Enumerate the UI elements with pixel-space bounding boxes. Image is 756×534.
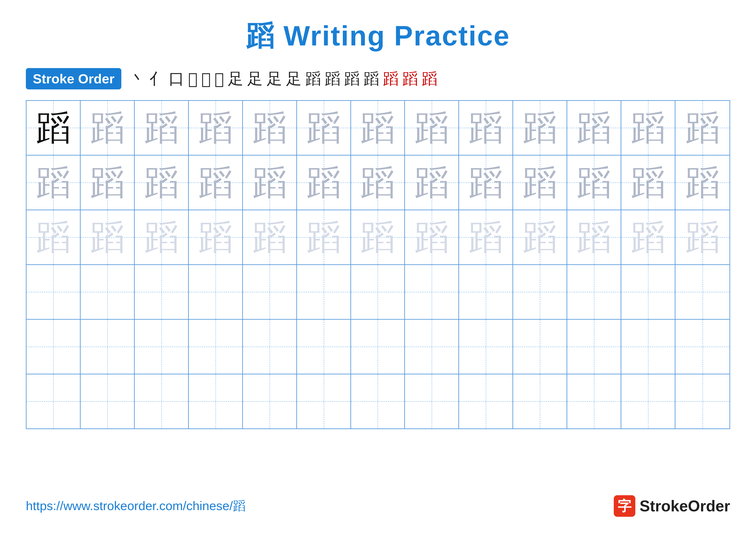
cell-char-2-12: 蹈 — [685, 220, 720, 254]
grid-cell-3-6[interactable] — [351, 265, 405, 319]
grid-cell-3-9[interactable] — [513, 265, 567, 319]
logo-text: StrokeOrder — [640, 497, 730, 515]
grid-cell-2-4[interactable]: 蹈 — [243, 210, 297, 264]
grid-cell-4-10[interactable] — [567, 320, 621, 374]
grid-cell-1-4[interactable]: 蹈 — [243, 156, 297, 210]
grid-cell-0-4[interactable]: 蹈 — [243, 101, 297, 155]
grid-cell-3-7[interactable] — [405, 265, 459, 319]
grid-cell-4-7[interactable] — [405, 320, 459, 374]
grid-cell-1-12[interactable]: 蹈 — [675, 156, 729, 210]
grid-row-1[interactable]: 蹈蹈蹈蹈蹈蹈蹈蹈蹈蹈蹈蹈蹈 — [27, 156, 729, 210]
grid-cell-0-2[interactable]: 蹈 — [135, 101, 189, 155]
grid-cell-5-0[interactable] — [27, 374, 81, 428]
grid-cell-1-1[interactable]: 蹈 — [81, 156, 135, 210]
stroke-step-6: 足 — [228, 68, 243, 89]
stroke-step-13: 蹈 — [364, 68, 379, 89]
grid-cell-4-3[interactable] — [189, 320, 243, 374]
grid-cell-3-3[interactable] — [189, 265, 243, 319]
grid-cell-2-5[interactable]: 蹈 — [297, 210, 351, 264]
grid-cell-2-0[interactable]: 蹈 — [27, 210, 81, 264]
grid-cell-4-2[interactable] — [135, 320, 189, 374]
grid-cell-4-6[interactable] — [351, 320, 405, 374]
grid-row-3[interactable] — [27, 265, 729, 320]
cell-char-2-5: 蹈 — [307, 220, 341, 254]
logo-icon: 字 — [614, 495, 635, 517]
grid-row-0[interactable]: 蹈蹈蹈蹈蹈蹈蹈蹈蹈蹈蹈蹈蹈 — [27, 101, 729, 156]
grid-cell-2-1[interactable]: 蹈 — [81, 210, 135, 264]
grid-cell-5-6[interactable] — [351, 374, 405, 428]
grid-cell-4-12[interactable] — [675, 320, 729, 374]
grid-cell-5-7[interactable] — [405, 374, 459, 428]
grid-cell-5-5[interactable] — [297, 374, 351, 428]
grid-cell-2-3[interactable]: 蹈 — [189, 210, 243, 264]
grid-cell-3-1[interactable] — [81, 265, 135, 319]
grid-cell-1-2[interactable]: 蹈 — [135, 156, 189, 210]
cell-char-2-6: 蹈 — [360, 220, 395, 254]
grid-row-2[interactable]: 蹈蹈蹈蹈蹈蹈蹈蹈蹈蹈蹈蹈蹈 — [27, 210, 729, 265]
grid-cell-4-1[interactable] — [81, 320, 135, 374]
grid-cell-4-8[interactable] — [459, 320, 513, 374]
grid-cell-5-4[interactable] — [243, 374, 297, 428]
cell-char-0-0: 蹈 — [36, 111, 70, 145]
grid-cell-1-0[interactable]: 蹈 — [27, 156, 81, 210]
grid-cell-1-11[interactable]: 蹈 — [621, 156, 675, 210]
cell-char-1-0: 蹈 — [36, 165, 70, 200]
grid-cell-2-12[interactable]: 蹈 — [675, 210, 729, 264]
grid-cell-3-4[interactable] — [243, 265, 297, 319]
grid-cell-5-8[interactable] — [459, 374, 513, 428]
grid-cell-0-3[interactable]: 蹈 — [189, 101, 243, 155]
grid-cell-3-8[interactable] — [459, 265, 513, 319]
grid-cell-0-9[interactable]: 蹈 — [513, 101, 567, 155]
grid-cell-1-5[interactable]: 蹈 — [297, 156, 351, 210]
footer-url[interactable]: https://www.strokeorder.com/chinese/蹈 — [26, 497, 245, 514]
grid-cell-3-10[interactable] — [567, 265, 621, 319]
grid-cell-4-9[interactable] — [513, 320, 567, 374]
grid-cell-1-9[interactable]: 蹈 — [513, 156, 567, 210]
grid-cell-0-7[interactable]: 蹈 — [405, 101, 459, 155]
grid-cell-2-7[interactable]: 蹈 — [405, 210, 459, 264]
grid-cell-5-1[interactable] — [81, 374, 135, 428]
grid-row-4[interactable] — [27, 320, 729, 374]
grid-cell-3-0[interactable] — [27, 265, 81, 319]
grid-cell-1-6[interactable]: 蹈 — [351, 156, 405, 210]
grid-cell-2-9[interactable]: 蹈 — [513, 210, 567, 264]
grid-cell-4-4[interactable] — [243, 320, 297, 374]
grid-cell-1-10[interactable]: 蹈 — [567, 156, 621, 210]
cell-char-0-12: 蹈 — [685, 111, 720, 145]
grid-cell-3-2[interactable] — [135, 265, 189, 319]
grid-cell-3-5[interactable] — [297, 265, 351, 319]
grid-cell-5-11[interactable] — [621, 374, 675, 428]
grid-cell-1-3[interactable]: 蹈 — [189, 156, 243, 210]
stroke-step-14: 蹈 — [383, 68, 398, 89]
grid-cell-2-11[interactable]: 蹈 — [621, 210, 675, 264]
grid-cell-0-5[interactable]: 蹈 — [297, 101, 351, 155]
grid-cell-0-12[interactable]: 蹈 — [675, 101, 729, 155]
grid-cell-0-11[interactable]: 蹈 — [621, 101, 675, 155]
stroke-step-12: 蹈 — [344, 68, 360, 89]
grid-cell-2-2[interactable]: 蹈 — [135, 210, 189, 264]
grid-cell-0-6[interactable]: 蹈 — [351, 101, 405, 155]
grid-cell-0-10[interactable]: 蹈 — [567, 101, 621, 155]
grid-cell-5-3[interactable] — [189, 374, 243, 428]
practice-grid: 蹈蹈蹈蹈蹈蹈蹈蹈蹈蹈蹈蹈蹈蹈蹈蹈蹈蹈蹈蹈蹈蹈蹈蹈蹈蹈蹈蹈蹈蹈蹈蹈蹈蹈蹈蹈蹈蹈蹈 — [26, 100, 730, 429]
grid-cell-5-9[interactable] — [513, 374, 567, 428]
grid-cell-2-8[interactable]: 蹈 — [459, 210, 513, 264]
grid-cell-2-6[interactable]: 蹈 — [351, 210, 405, 264]
grid-cell-3-11[interactable] — [621, 265, 675, 319]
grid-cell-2-10[interactable]: 蹈 — [567, 210, 621, 264]
grid-row-5[interactable] — [27, 374, 729, 428]
grid-cell-5-12[interactable] — [675, 374, 729, 428]
grid-cell-5-10[interactable] — [567, 374, 621, 428]
grid-cell-0-1[interactable]: 蹈 — [81, 101, 135, 155]
grid-cell-1-8[interactable]: 蹈 — [459, 156, 513, 210]
grid-cell-1-7[interactable]: 蹈 — [405, 156, 459, 210]
grid-cell-0-0[interactable]: 蹈 — [27, 101, 81, 155]
grid-cell-3-12[interactable] — [675, 265, 729, 319]
stroke-step-7: 足 — [247, 68, 263, 89]
grid-cell-4-0[interactable] — [27, 320, 81, 374]
grid-cell-5-2[interactable] — [135, 374, 189, 428]
grid-cell-4-5[interactable] — [297, 320, 351, 374]
grid-cell-0-8[interactable]: 蹈 — [459, 101, 513, 155]
cell-char-1-9: 蹈 — [523, 165, 557, 200]
grid-cell-4-11[interactable] — [621, 320, 675, 374]
